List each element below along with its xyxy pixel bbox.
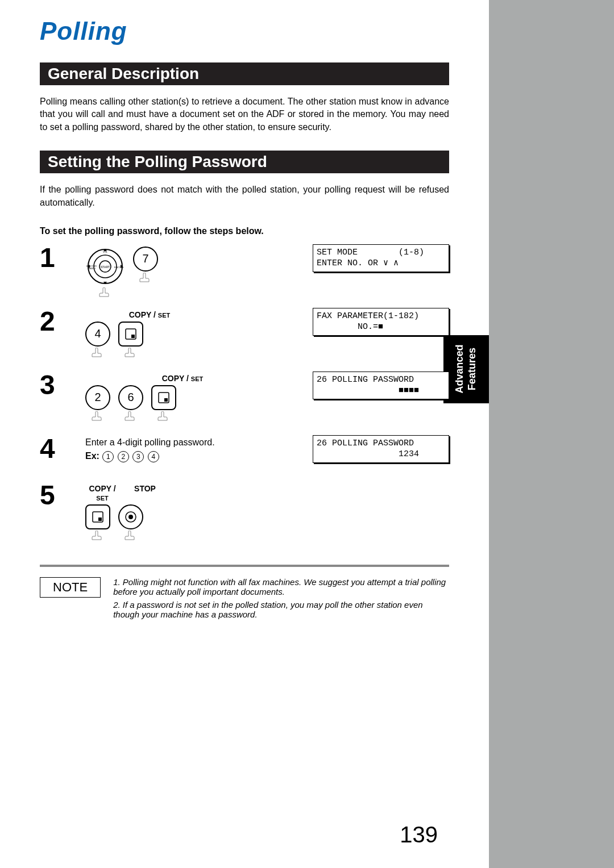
svg-rect-13: [131, 335, 135, 338]
ex-digit: 3: [132, 451, 144, 462]
copyset-small: SET: [158, 312, 170, 319]
function-dial: START VOL DIRECTORY SEARCH FUNCTION: [85, 247, 125, 299]
set-key-icon: [85, 504, 110, 529]
svg-text:FUNCTION: FUNCTION: [114, 266, 124, 269]
svg-point-19: [128, 515, 133, 519]
hand-press-icon: [138, 273, 154, 284]
key-6: 6: [118, 385, 143, 423]
keypad-digit: 7: [133, 247, 158, 272]
copyset-label: COPY /: [89, 484, 115, 493]
ex-digit: 4: [148, 451, 159, 462]
copyset-label: COPY /: [162, 374, 189, 383]
svg-rect-17: [98, 518, 102, 521]
lcd-display: 26 POLLING PASSWORD 1234: [313, 435, 449, 463]
hand-press-icon: [156, 411, 172, 423]
copyset-key: [85, 504, 110, 542]
hand-press-icon: [90, 531, 106, 542]
step-number: 5: [40, 482, 85, 509]
copyset-small: SET: [96, 495, 108, 502]
hand-press-icon: [123, 531, 139, 542]
stop-label: STOP: [131, 484, 159, 502]
lcd-display: SET MODE (1-8) ENTER NO. OR ∨ ∧: [313, 244, 449, 272]
section-heading-general: General Description: [40, 62, 449, 85]
setting-instruction: To set the polling password, follow the …: [40, 226, 449, 236]
step-number: 1: [40, 244, 85, 272]
step4-text: Enter a 4-digit polling password.: [85, 437, 313, 448]
lcd-display: FAX PARAMETER(1-182) NO.=■: [313, 308, 449, 336]
step-row: 2 COPY / SET 4: [40, 308, 449, 365]
note-block: NOTE 1. Polling might not function with …: [40, 565, 449, 623]
page-title: Polling: [40, 17, 449, 45]
note-item: 2. If a password is not set in the polle…: [113, 600, 449, 619]
hand-press-icon: [90, 411, 106, 423]
keypad-digit: 6: [118, 385, 143, 410]
step-number: 4: [40, 435, 85, 462]
stop-key: [118, 504, 143, 542]
keypad-digit: 2: [85, 385, 110, 410]
step-row: 1 START VOL DIRECTORY SEARCH FUNCTION: [40, 244, 449, 301]
key-2: 2: [85, 385, 110, 423]
note-item: 1. Polling might not function with all f…: [113, 577, 449, 596]
note-label: NOTE: [40, 577, 101, 598]
step-row: 5 COPY / SET STOP: [40, 482, 449, 542]
step-number: 2: [40, 308, 85, 335]
key-7: 7: [133, 247, 158, 284]
copyset-key: [151, 385, 176, 423]
copyset-label: COPY /: [129, 310, 156, 319]
svg-rect-15: [164, 398, 168, 402]
svg-text:START: START: [101, 265, 110, 269]
set-key-icon: [118, 322, 143, 347]
steps-area: 1 START VOL DIRECTORY SEARCH FUNCTION: [40, 244, 449, 542]
ex-digit: 1: [102, 451, 114, 462]
copyset-key: [118, 322, 143, 359]
section-heading-setting: Setting the Polling Password: [40, 151, 449, 173]
hand-press-icon: [97, 287, 113, 299]
step-row: 4 Enter a 4-digit polling password. Ex: …: [40, 435, 449, 475]
ex-digit: 2: [118, 451, 129, 462]
page-number: 139: [400, 822, 438, 848]
step-row: 3 COPY / SET 2 6: [40, 372, 449, 428]
page-content: Polling General Description Polling mean…: [0, 0, 489, 868]
copyset-small: SET: [191, 375, 203, 382]
lcd-display: 26 POLLING PASSWORD ■■■■: [313, 372, 449, 399]
stop-key-icon: [118, 504, 143, 529]
svg-text:SEARCH: SEARCH: [88, 268, 96, 270]
key-4: 4: [85, 322, 110, 359]
ex-label: Ex:: [85, 451, 99, 461]
hand-press-icon: [90, 348, 106, 359]
hand-press-icon: [123, 411, 139, 423]
setting-intro: If the polling password does not match w…: [40, 183, 449, 209]
dial-icon: START VOL DIRECTORY SEARCH FUNCTION: [85, 247, 125, 286]
general-description-body: Polling means calling other station(s) t…: [40, 95, 449, 133]
note-list: 1. Polling might not function with all f…: [113, 577, 449, 623]
hand-press-icon: [123, 348, 139, 359]
set-key-icon: [151, 385, 176, 410]
right-sidebar: [489, 0, 614, 868]
step-number: 3: [40, 372, 85, 399]
keypad-digit: 4: [85, 322, 110, 347]
